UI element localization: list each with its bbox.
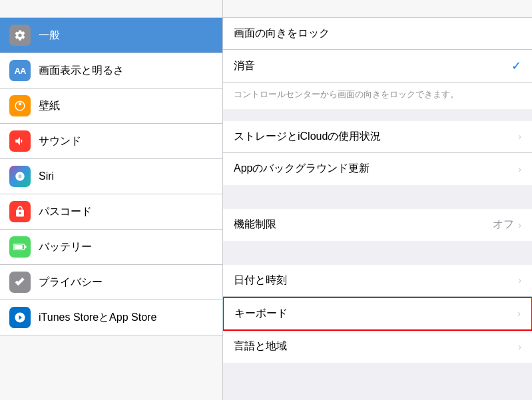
settings-section-2: 機能制限オフ›	[223, 209, 532, 241]
settings-row-date-time[interactable]: 日付と時刻›	[223, 265, 532, 297]
sidebar-item-itunes[interactable]: iTunes StoreとApp Store	[0, 300, 222, 335]
sound-icon	[9, 130, 31, 152]
row-value-storage-icloud: ›	[518, 131, 521, 142]
privacy-icon	[9, 272, 31, 293]
section-spacer-1	[223, 109, 532, 121]
right-header	[223, 0, 532, 18]
settings-row-keyboard[interactable]: キーボード›	[223, 297, 532, 331]
section-spacer-2	[223, 197, 532, 209]
row-label-date-time: 日付と時刻	[234, 274, 287, 288]
row-label-restrictions: 機能制限	[234, 218, 276, 232]
sidebar-label-wallpaper: 壁紙	[39, 99, 60, 113]
siri-icon	[9, 166, 31, 187]
checkmark-icon: ✓	[511, 59, 521, 73]
chevron-icon: ›	[518, 164, 521, 174]
sidebar-label-sound: サウンド	[39, 134, 81, 148]
row-value-restrictions: オフ›	[493, 218, 521, 232]
settings-row-background-app[interactable]: Appのバックグラウンド更新›	[223, 153, 532, 185]
chevron-icon: ›	[517, 308, 521, 319]
row-value-text-restrictions: オフ	[493, 218, 514, 232]
row-value-date-time: ›	[518, 275, 521, 286]
sidebar-item-privacy[interactable]: プライバシー	[0, 265, 222, 300]
settings-section-1: ストレージとiCloudの使用状況›Appのバックグラウンド更新›	[223, 121, 532, 185]
row-value-background-app: ›	[518, 164, 521, 174]
row-label-storage-icloud: ストレージとiCloudの使用状況	[234, 130, 381, 144]
settings-row-mute[interactable]: 消音✓	[223, 50, 532, 83]
row-value-keyboard: ›	[517, 308, 521, 319]
sidebar-label-itunes: iTunes StoreとApp Store	[39, 311, 156, 325]
svg-point-0	[19, 102, 22, 106]
left-panel: 一般AA画面表示と明るさ壁紙サウンドSiriパスコードバッテリープライバシーiT…	[0, 0, 223, 400]
sidebar-item-siri[interactable]: Siri	[0, 159, 222, 194]
sidebar-item-wallpaper[interactable]: 壁紙	[0, 89, 222, 124]
settings-row-orientation-lock[interactable]: 画面の向きをロック	[223, 18, 532, 50]
settings-section-3: 日付と時刻›キーボード›言語と地域›	[223, 265, 532, 363]
row-label-language-region: 言語と地域	[234, 339, 287, 353]
sidebar-item-display[interactable]: AA画面表示と明るさ	[0, 53, 222, 89]
row-label-background-app: Appのバックグラウンド更新	[234, 162, 370, 176]
itunes-icon	[9, 307, 31, 328]
battery-icon	[9, 236, 31, 258]
chevron-icon: ›	[518, 341, 521, 352]
sidebar-label-siri: Siri	[39, 170, 54, 182]
right-content: 画面の向きをロック消音✓コントロールセンターから画面の向きをロックできます。スト…	[223, 18, 532, 400]
row-label-orientation-lock: 画面の向きをロック	[234, 27, 330, 41]
display-icon: AA	[9, 60, 31, 81]
settings-row-restrictions[interactable]: 機能制限オフ›	[223, 209, 532, 241]
left-header	[0, 0, 222, 18]
row-label-mute: 消音	[234, 59, 255, 73]
sidebar-item-sound[interactable]: サウンド	[0, 124, 222, 159]
row-value-mute: ✓	[511, 59, 521, 73]
right-panel: 画面の向きをロック消音✓コントロールセンターから画面の向きをロックできます。スト…	[223, 0, 532, 400]
sidebar-label-display: 画面表示と明るさ	[39, 64, 124, 78]
section-spacer-3	[223, 253, 532, 265]
settings-row-storage-icloud[interactable]: ストレージとiCloudの使用状況›	[223, 121, 532, 153]
sidebar-item-passcode[interactable]: パスコード	[0, 194, 222, 230]
passcode-icon	[9, 201, 31, 222]
sidebar-label-privacy: プライバシー	[39, 276, 103, 290]
row-label-keyboard: キーボード	[234, 307, 288, 321]
sidebar-label-battery: バッテリー	[39, 240, 92, 254]
svg-rect-3	[25, 246, 27, 248]
settings-row-language-region[interactable]: 言語と地域›	[223, 331, 532, 363]
sidebar-item-general[interactable]: 一般	[0, 18, 222, 53]
general-icon	[9, 25, 31, 46]
sidebar-label-general: 一般	[39, 29, 60, 43]
svg-rect-2	[14, 245, 23, 249]
sidebar-item-battery[interactable]: バッテリー	[0, 230, 222, 265]
sidebar-label-passcode: パスコード	[39, 205, 92, 219]
section-note-0: コントロールセンターから画面の向きをロックできます。	[223, 83, 532, 109]
row-value-language-region: ›	[518, 341, 521, 352]
sidebar-list: 一般AA画面表示と明るさ壁紙サウンドSiriパスコードバッテリープライバシーiT…	[0, 18, 222, 400]
chevron-icon: ›	[518, 220, 521, 230]
chevron-icon: ›	[518, 275, 521, 286]
chevron-icon: ›	[518, 131, 521, 142]
wallpaper-icon	[9, 95, 31, 116]
settings-section-0: 画面の向きをロック消音✓コントロールセンターから画面の向きをロックできます。	[223, 18, 532, 109]
